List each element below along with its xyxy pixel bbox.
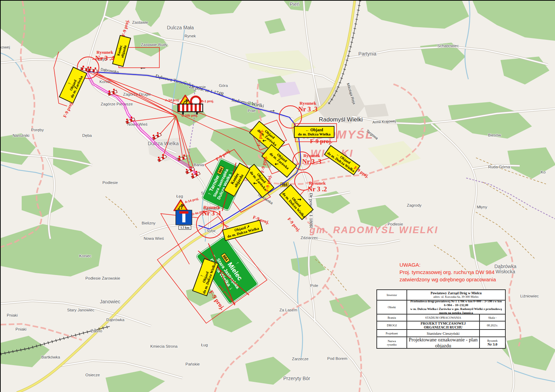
place-label: Sybir <box>207 229 216 233</box>
place-label: Stary Janowiec <box>67 308 94 312</box>
place-label: Zagórze Pierwsze <box>101 102 133 106</box>
place-label: Ruda Górna <box>488 165 510 169</box>
titleblock-stage: STADIUM OPRACOWANIA <box>407 314 480 321</box>
travel-direction-arrow-icon: ← <box>139 63 147 71</box>
place-label: Liźniowiec <box>520 294 539 298</box>
titleblock-date: 08.2021r. <box>480 321 505 330</box>
sign-code-label: A-14 proj. <box>165 98 180 102</box>
f9-sign-code-label: F-9 proj. <box>62 101 74 118</box>
titleblock-drawing-name: Projektowane oznakowanie - plan objazdu <box>407 337 480 348</box>
place-label: Partynia <box>358 51 376 57</box>
place-label: Zastawie-Budy <box>141 43 167 47</box>
place-label: Podlesie <box>102 180 118 185</box>
work-zone-sign-cluster <box>178 95 203 114</box>
uwaga-line: zatwierdzony wg odrębnego opracowania <box>399 276 496 283</box>
place-label: Koniec <box>79 254 91 258</box>
titleblock-label: Projektant <box>377 330 407 337</box>
place-label: Podlesie <box>388 222 403 226</box>
detour-sign: Objazd ↗do m. Dulcza Wielka <box>222 220 263 241</box>
place-label: Dąbrówka <box>106 318 124 322</box>
place-label: Narożniki <box>13 133 29 138</box>
titleblock-empty-cell <box>480 330 505 337</box>
figure-callout: RysunekNr 3 .3 <box>302 153 321 165</box>
place-label: Rynek <box>185 34 196 38</box>
place-label: Pole <box>310 283 318 288</box>
place-label: Bielizny <box>142 221 156 225</box>
place-label: Zdziarzec <box>301 236 318 240</box>
road-closure-barrier-icon <box>178 104 203 114</box>
uwaga-note: UWAGA: Proj. tymczasowej org. ruchu na D… <box>399 261 496 283</box>
f9-sign-code-label: F-9 proj. <box>286 216 302 233</box>
dead-end-sign-cluster <box>174 200 192 225</box>
f9-sign-code-label: F-9 proj. <box>260 156 268 173</box>
place-label: Ko <box>541 170 546 174</box>
street-label: Dąbrowska <box>100 67 119 74</box>
railway-lines <box>1 1 360 354</box>
detour-sign: ↑Objazddo m. Żarówka <box>59 67 87 104</box>
sign-code-label: B-1 proj. <box>201 99 214 103</box>
place-label: Janowiec <box>100 299 120 304</box>
titleblock-label: Branża <box>377 314 407 321</box>
admin-boundaries-violet <box>189 86 555 219</box>
place-label: Pole <box>247 109 255 113</box>
place-label: Nowa Wieś <box>127 122 147 126</box>
place-label: Bartkówka <box>41 355 60 359</box>
uwaga-line: Proj. tymczasowej org. ruchu na DW 984 <box>399 268 496 276</box>
place-label: Pańskie <box>186 362 200 366</box>
place-label: Pniaki <box>15 327 26 331</box>
titleblock-label: Nazwarysunku <box>377 337 407 348</box>
titleblock-scale: Skala - <box>480 314 505 321</box>
no-through-road-sign-icon <box>176 210 192 225</box>
uwaga-title: UWAGA: <box>399 261 496 268</box>
place-label: Podlesie Żarowskie <box>85 276 120 280</box>
place-label: Koniec <box>99 80 111 84</box>
place-label: Łęg <box>176 194 183 198</box>
place-label: Żabno <box>91 329 102 333</box>
place-label: Osiecze <box>85 373 100 377</box>
place-label: Dęba <box>82 133 92 138</box>
dw984-yellow-road <box>17 1 355 392</box>
place-label: Pniaki <box>7 313 17 317</box>
detour-end-sign: Koniecobjazdu <box>112 35 131 67</box>
place-label: Bania <box>194 163 204 167</box>
place-label: Zarzecze <box>292 357 308 361</box>
sign-code-label: A-14 proj. <box>185 197 200 204</box>
place-label: Dulcza Mała <box>167 25 194 30</box>
detour-sign: ← Objazddo m. Dulcza Wielka <box>294 126 334 138</box>
place-label: Góra <box>219 83 228 88</box>
place-label: Dulcza Wielka <box>148 141 179 146</box>
distance-plate: 1.5 km <box>179 225 191 230</box>
place-label: Kmiecia Strona <box>150 344 178 348</box>
road-shield-984: 984 <box>280 183 289 187</box>
figure-callout: RysunekNr 3 .1 <box>202 205 221 217</box>
place-label: Schabowiec <box>437 44 459 48</box>
place-label-town: Radomyśl Wielki <box>319 116 363 123</box>
figure-callout: RysunekNr 3 .3 <box>298 101 317 113</box>
place-label: Przeryty Bór <box>283 376 310 381</box>
place-label: Poręby <box>31 128 44 132</box>
detour-plan-map: Pień kowej Zastawie Dulcza Mała Rynek Za… <box>0 0 555 392</box>
f9-sign-code-label: F-9 proj. <box>121 19 130 37</box>
titleblock-designer: Stanisław Cieszyński <box>407 330 480 337</box>
admin-label-gmina: gm. RADOMYŚL WIELKI <box>310 225 439 236</box>
place-label: Zagórze Drugie <box>123 92 151 96</box>
place-label: Biesów <box>488 133 501 137</box>
titleblock-label: Inwestor <box>377 290 407 300</box>
titleblock-object: Przebudowa drogi powiatowej Nr 1 179R w … <box>407 300 505 314</box>
titleblock-drawing-number: Rysunek Nr 3.0 <box>480 337 505 348</box>
place-label: Za Lasem <box>279 308 297 312</box>
sign-code-label: U-20b proj. <box>181 114 198 117</box>
place-label: Pod Borem <box>327 356 347 361</box>
place-label: kowej <box>0 45 10 49</box>
titleblock-label: Obiekt <box>377 300 407 314</box>
figure-callout: RysunekNr 3 .2 <box>308 181 327 193</box>
place-label: Ług <box>201 343 208 347</box>
place-label: Nowa Wieś <box>144 236 164 241</box>
f9-sign-code-label: F-9 proj. <box>310 138 332 145</box>
travel-direction-arrow-icon: → <box>268 106 276 113</box>
titleblock-project-title: PROJEKT TYMCZASOWEJ ORGANIZACJI RUCHU <box>407 321 480 330</box>
place-label: Zagrody <box>407 203 421 207</box>
place-label: Zastawie <box>132 20 148 24</box>
titleblock-branch: DROGI <box>377 321 407 330</box>
street-label: Mikołaja Reja <box>346 82 356 105</box>
